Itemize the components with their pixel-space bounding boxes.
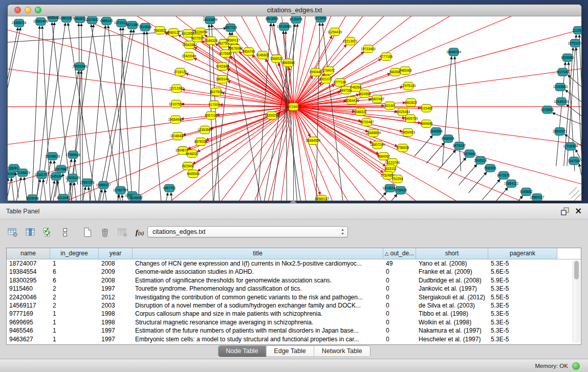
graph-node[interactable]: 8960122 (167, 29, 180, 36)
table-cell[interactable]: Embryonic stem cells: a model to study s… (133, 335, 383, 343)
table-cell[interactable]: 9699695 (7, 318, 50, 326)
table-cell[interactable]: 1998 (99, 310, 133, 318)
graph-node[interactable]: 6734072 (322, 67, 335, 74)
table-row[interactable]: 946362711997Embryonic stem cells: a mode… (7, 335, 581, 343)
graph-node[interactable]: 15751074 (568, 39, 581, 47)
table-cell[interactable]: 2012 (99, 293, 133, 301)
graph-node[interactable]: 8012945 (57, 194, 70, 201)
table-cell[interactable]: 1997 (99, 335, 133, 343)
graph-node[interactable]: 9457791 (163, 184, 176, 192)
table-cell[interactable]: 9777169 (7, 310, 50, 318)
table-cell[interactable]: de Silva et al. (2003) (416, 301, 488, 310)
graph-node[interactable]: 7485063 (399, 67, 411, 74)
graph-node[interactable]: 10654112 (504, 180, 519, 187)
network-canvas[interactable]: 2435572420691406946554610653287946362713… (8, 16, 581, 201)
table-cell[interactable]: 6 (50, 268, 99, 276)
table-cell[interactable]: Hescheler et al. (1997) (416, 335, 488, 343)
graph-node[interactable]: 20206578 (45, 152, 60, 160)
graph-node[interactable]: 7625402 (182, 162, 194, 170)
graph-node[interactable]: 62160 (385, 102, 395, 110)
table-row[interactable]: 911546021997Tourette syndrome. Phenomeno… (7, 285, 581, 293)
selection-mode-icon[interactable] (40, 225, 55, 240)
graph-node[interactable]: 12213382 (169, 85, 184, 93)
table-cell[interactable]: 9465546 (7, 326, 50, 335)
graph-node[interactable]: 2718120 (174, 68, 187, 76)
column-header-title[interactable]: title (133, 248, 383, 259)
table-cell[interactable]: 9463627 (7, 335, 50, 343)
graph-node[interactable]: 9777169 (380, 53, 393, 60)
graph-node[interactable]: 12444124 (554, 98, 569, 105)
table-cell[interactable]: Jankovic et al. (1997) (416, 285, 488, 293)
table-cell[interactable]: 0 (383, 285, 416, 293)
table-cell[interactable]: 0 (383, 335, 416, 343)
graph-node[interactable]: 3624554 (358, 90, 371, 98)
graph-node[interactable]: 9699695 (420, 120, 433, 127)
table-cell[interactable]: 1997 (99, 326, 133, 335)
table-cell[interactable]: 5.3E-5 (488, 335, 557, 343)
table-cell[interactable]: 5.9E-5 (488, 276, 557, 285)
table-cell[interactable]: 5.5E-5 (488, 293, 557, 301)
table-row[interactable]: 1938455462009Genome-wide association stu… (7, 268, 581, 276)
table-select-dropdown[interactable]: citations_edges.txt ▲▼ (147, 226, 348, 237)
table-cell[interactable]: Tourette syndrome. Phenomenology and cla… (133, 285, 383, 293)
table-cell[interactable]: 6 (50, 276, 99, 285)
column-header-pagerank[interactable]: pagerank (488, 248, 557, 259)
table-cell[interactable]: 5.3E-5 (488, 310, 557, 318)
graph-node[interactable]: 9115460 (315, 16, 328, 23)
graph-node[interactable]: 20691406 (33, 18, 48, 26)
graph-node[interactable]: 15166827 (170, 132, 185, 140)
table-cell[interactable]: 5.3E-5 (488, 318, 557, 326)
graph-node[interactable]: 9175685 (219, 50, 232, 57)
graph-node[interactable]: 10653287 (59, 16, 74, 23)
table-row[interactable]: 969969511998Structural magnetic resonanc… (7, 318, 581, 326)
table-cell[interactable]: 1 (50, 326, 99, 335)
network-view-window[interactable]: citations_edges.txt 24355724206914069465… (7, 4, 582, 201)
table-cell[interactable]: 0 (383, 310, 416, 318)
graph-node[interactable]: 18807249 (370, 141, 385, 149)
graph-node[interactable]: 16648784 (446, 48, 461, 56)
table-cell[interactable]: 18300295 (7, 276, 50, 285)
resize-grip-icon[interactable] (569, 187, 581, 201)
table-cell[interactable]: 1 (50, 259, 99, 268)
graph-node[interactable]: 12342757 (34, 171, 49, 179)
table-cell[interactable]: 5.3E-5 (488, 301, 557, 310)
attribute-table[interactable]: namein_degreeyeartitle△out_de...shortpag… (6, 248, 581, 345)
table-row[interactable]: 1456911722003Disruption of a novel membe… (7, 301, 581, 310)
column-header-short[interactable]: short (416, 248, 488, 259)
graph-node[interactable]: 1112548 (572, 27, 581, 34)
graph-node[interactable]: 12213971 (343, 37, 358, 45)
graph-node[interactable]: 8427552 (210, 88, 223, 96)
column-header-name[interactable]: name (7, 248, 50, 259)
graph-node[interactable]: 8813054 (266, 16, 278, 23)
table-cell[interactable]: Estimation of significance thresholds fo… (133, 276, 383, 285)
graph-node[interactable]: 7663822 (154, 27, 166, 34)
graph-node[interactable]: 9329986 (561, 54, 574, 61)
graph-node[interactable]: 1640954 (430, 127, 443, 135)
table-cell[interactable]: 19384554 (7, 268, 50, 276)
table-row[interactable]: 977716911998Corpus callosum shape and si… (7, 310, 581, 318)
graph-node[interactable]: 16033809 (203, 16, 217, 24)
graph-node[interactable]: 19384554 (306, 137, 320, 144)
import-table-icon[interactable] (115, 225, 130, 240)
graph-node[interactable]: 9463627 (73, 16, 86, 23)
graph-node[interactable]: 9242848 (216, 62, 229, 70)
table-cell[interactable]: 2008 (99, 259, 133, 268)
row-height-icon[interactable] (57, 225, 73, 240)
graph-node[interactable]: 8454749 (242, 48, 255, 55)
table-cell[interactable]: Disruption of a novel member of a sodium… (133, 301, 383, 310)
graph-node[interactable]: 1167534 (568, 157, 581, 165)
graph-node[interactable]: 17359928 (66, 151, 80, 159)
graph-node[interactable]: 8938924 (442, 135, 454, 142)
vertical-scrollbar[interactable] (573, 260, 580, 343)
graph-node[interactable]: 30975887 (54, 165, 69, 173)
graph-node[interactable]: 746266 (351, 84, 362, 92)
graph-node[interactable]: 7632621 (484, 164, 496, 172)
graph-node[interactable]: 19654923 (401, 128, 416, 136)
tab-node-table[interactable]: Node Table (218, 346, 266, 357)
graph-node[interactable]: 33159 (8, 170, 15, 178)
graph-node[interactable]: 8471676 (497, 171, 510, 179)
table-cell[interactable]: 2008 (99, 276, 133, 285)
table-row[interactable]: 2242004622012Investigating the contribut… (7, 293, 581, 301)
graph-node[interactable]: 1145194 (50, 172, 62, 180)
table-cell[interactable]: Franke et al. (2009) (416, 268, 488, 276)
